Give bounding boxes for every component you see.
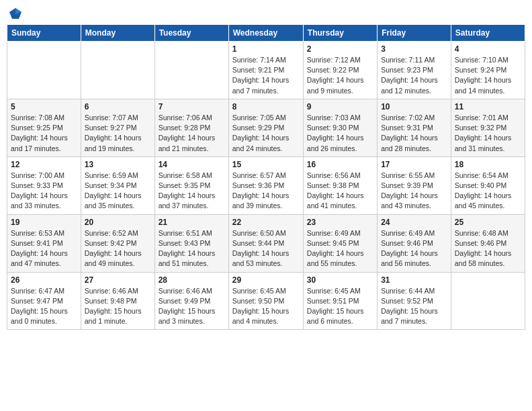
- weekday-header-cell: Friday: [378, 25, 451, 42]
- day-number: 27: [85, 275, 151, 285]
- calendar-day-cell: 6Sunrise: 7:07 AMSunset: 9:27 PMDaylight…: [81, 99, 154, 156]
- calendar-day-cell: 5Sunrise: 7:08 AMSunset: 9:25 PMDaylight…: [7, 99, 81, 156]
- day-number: 14: [159, 160, 225, 169]
- day-detail: Sunrise: 7:02 AMSunset: 9:31 PMDaylight:…: [381, 113, 447, 154]
- day-number: 24: [381, 218, 447, 227]
- logo: [7, 7, 23, 19]
- day-detail: Sunrise: 7:00 AMSunset: 9:33 PMDaylight:…: [11, 171, 77, 212]
- weekday-header-cell: Monday: [81, 25, 154, 42]
- day-detail: Sunrise: 7:08 AMSunset: 9:25 PMDaylight:…: [11, 113, 77, 154]
- day-detail: Sunrise: 6:49 AMSunset: 9:46 PMDaylight:…: [381, 228, 447, 269]
- calendar-day-cell: [154, 42, 228, 99]
- calendar-day-cell: [81, 42, 154, 99]
- day-detail: Sunrise: 6:57 AMSunset: 9:36 PMDaylight:…: [232, 171, 300, 212]
- day-detail: Sunrise: 7:07 AMSunset: 9:27 PMDaylight:…: [85, 113, 151, 154]
- calendar-day-cell: [451, 272, 525, 330]
- day-number: 19: [11, 218, 77, 227]
- logo-flag-icon: [8, 7, 23, 21]
- calendar-day-cell: 28Sunrise: 6:46 AMSunset: 9:49 PMDayligh…: [154, 272, 228, 330]
- day-detail: Sunrise: 6:47 AMSunset: 9:47 PMDaylight:…: [11, 286, 77, 327]
- day-number: 22: [232, 218, 300, 227]
- calendar-day-cell: 10Sunrise: 7:02 AMSunset: 9:31 PMDayligh…: [378, 99, 451, 156]
- weekday-header-cell: Thursday: [303, 25, 377, 42]
- day-detail: Sunrise: 6:46 AMSunset: 9:49 PMDaylight:…: [159, 286, 225, 327]
- day-detail: Sunrise: 7:11 AMSunset: 9:23 PMDaylight:…: [381, 55, 447, 96]
- calendar-day-cell: 31Sunrise: 6:44 AMSunset: 9:52 PMDayligh…: [378, 272, 451, 330]
- calendar-day-cell: 24Sunrise: 6:49 AMSunset: 9:46 PMDayligh…: [378, 214, 451, 272]
- calendar-day-cell: 26Sunrise: 6:47 AMSunset: 9:47 PMDayligh…: [7, 272, 81, 330]
- calendar-day-cell: 21Sunrise: 6:51 AMSunset: 9:43 PMDayligh…: [154, 214, 228, 272]
- day-detail: Sunrise: 7:14 AMSunset: 9:21 PMDaylight:…: [232, 55, 300, 96]
- day-detail: Sunrise: 6:44 AMSunset: 9:52 PMDaylight:…: [381, 286, 447, 327]
- calendar-week-row: 1Sunrise: 7:14 AMSunset: 9:21 PMDaylight…: [7, 42, 525, 99]
- day-number: 5: [11, 102, 77, 111]
- calendar-day-cell: 15Sunrise: 6:57 AMSunset: 9:36 PMDayligh…: [228, 156, 303, 214]
- day-detail: Sunrise: 7:06 AMSunset: 9:28 PMDaylight:…: [159, 113, 225, 154]
- calendar-body: 1Sunrise: 7:14 AMSunset: 9:21 PMDaylight…: [7, 42, 525, 330]
- day-number: 23: [307, 218, 373, 227]
- calendar-day-cell: 25Sunrise: 6:48 AMSunset: 9:46 PMDayligh…: [451, 214, 525, 272]
- calendar-day-cell: [7, 42, 81, 99]
- day-number: 4: [455, 44, 521, 54]
- day-detail: Sunrise: 6:53 AMSunset: 9:41 PMDaylight:…: [11, 228, 77, 269]
- day-number: 15: [232, 160, 300, 169]
- calendar-day-cell: 27Sunrise: 6:46 AMSunset: 9:48 PMDayligh…: [81, 272, 154, 330]
- day-detail: Sunrise: 6:50 AMSunset: 9:44 PMDaylight:…: [232, 228, 300, 269]
- calendar-day-cell: 22Sunrise: 6:50 AMSunset: 9:44 PMDayligh…: [228, 214, 303, 272]
- day-detail: Sunrise: 6:59 AMSunset: 9:34 PMDaylight:…: [85, 171, 151, 212]
- calendar-day-cell: 14Sunrise: 6:58 AMSunset: 9:35 PMDayligh…: [154, 156, 228, 214]
- day-detail: Sunrise: 6:45 AMSunset: 9:51 PMDaylight:…: [307, 286, 373, 327]
- weekday-header-cell: Saturday: [451, 25, 525, 42]
- day-number: 9: [307, 102, 373, 111]
- calendar-day-cell: 18Sunrise: 6:54 AMSunset: 9:40 PMDayligh…: [451, 156, 525, 214]
- day-detail: Sunrise: 6:51 AMSunset: 9:43 PMDaylight:…: [159, 228, 225, 269]
- calendar-week-row: 12Sunrise: 7:00 AMSunset: 9:33 PMDayligh…: [7, 156, 525, 214]
- calendar-day-cell: 29Sunrise: 6:45 AMSunset: 9:50 PMDayligh…: [228, 272, 303, 330]
- day-number: 20: [85, 218, 151, 227]
- calendar-day-cell: 20Sunrise: 6:52 AMSunset: 9:42 PMDayligh…: [81, 214, 154, 272]
- day-number: 28: [159, 275, 225, 285]
- day-detail: Sunrise: 6:52 AMSunset: 9:42 PMDaylight:…: [85, 228, 151, 269]
- day-number: 26: [11, 275, 77, 285]
- day-number: 13: [85, 160, 151, 169]
- day-number: 31: [381, 275, 447, 285]
- calendar-day-cell: 12Sunrise: 7:00 AMSunset: 9:33 PMDayligh…: [7, 156, 81, 214]
- day-number: 17: [381, 160, 447, 169]
- calendar-day-cell: 23Sunrise: 6:49 AMSunset: 9:45 PMDayligh…: [303, 214, 377, 272]
- calendar-week-row: 26Sunrise: 6:47 AMSunset: 9:47 PMDayligh…: [7, 272, 525, 330]
- day-number: 3: [381, 44, 447, 54]
- weekday-header-cell: Wednesday: [228, 25, 303, 42]
- day-detail: Sunrise: 6:45 AMSunset: 9:50 PMDaylight:…: [232, 286, 300, 327]
- day-detail: Sunrise: 6:46 AMSunset: 9:48 PMDaylight:…: [85, 286, 151, 327]
- day-number: 18: [455, 160, 521, 169]
- day-number: 2: [307, 44, 373, 54]
- day-number: 7: [159, 102, 225, 111]
- day-number: 10: [381, 102, 447, 111]
- calendar-table: SundayMondayTuesdayWednesdayThursdayFrid…: [7, 24, 525, 330]
- day-detail: Sunrise: 7:10 AMSunset: 9:24 PMDaylight:…: [455, 55, 521, 96]
- day-detail: Sunrise: 7:05 AMSunset: 9:29 PMDaylight:…: [232, 113, 300, 154]
- page-header: [7, 7, 525, 19]
- day-detail: Sunrise: 6:55 AMSunset: 9:39 PMDaylight:…: [381, 171, 447, 212]
- calendar-week-row: 5Sunrise: 7:08 AMSunset: 9:25 PMDaylight…: [7, 99, 525, 156]
- weekday-header-cell: Sunday: [7, 25, 81, 42]
- calendar-day-cell: 9Sunrise: 7:03 AMSunset: 9:30 PMDaylight…: [303, 99, 377, 156]
- calendar-day-cell: 7Sunrise: 7:06 AMSunset: 9:28 PMDaylight…: [154, 99, 228, 156]
- day-number: 29: [232, 275, 300, 285]
- calendar-day-cell: 11Sunrise: 7:01 AMSunset: 9:32 PMDayligh…: [451, 99, 525, 156]
- calendar-day-cell: 17Sunrise: 6:55 AMSunset: 9:39 PMDayligh…: [378, 156, 451, 214]
- day-detail: Sunrise: 6:49 AMSunset: 9:45 PMDaylight:…: [307, 228, 373, 269]
- calendar-day-cell: 4Sunrise: 7:10 AMSunset: 9:24 PMDaylight…: [451, 42, 525, 99]
- day-number: 16: [307, 160, 373, 169]
- calendar-day-cell: 8Sunrise: 7:05 AMSunset: 9:29 PMDaylight…: [228, 99, 303, 156]
- day-number: 8: [232, 102, 300, 111]
- day-number: 30: [307, 275, 373, 285]
- calendar-day-cell: 1Sunrise: 7:14 AMSunset: 9:21 PMDaylight…: [228, 42, 303, 99]
- calendar-day-cell: 19Sunrise: 6:53 AMSunset: 9:41 PMDayligh…: [7, 214, 81, 272]
- calendar-day-cell: 30Sunrise: 6:45 AMSunset: 9:51 PMDayligh…: [303, 272, 377, 330]
- day-detail: Sunrise: 6:48 AMSunset: 9:46 PMDaylight:…: [455, 228, 521, 269]
- day-detail: Sunrise: 6:56 AMSunset: 9:38 PMDaylight:…: [307, 171, 373, 212]
- day-number: 12: [11, 160, 77, 169]
- weekday-header-row: SundayMondayTuesdayWednesdayThursdayFrid…: [7, 25, 525, 42]
- day-detail: Sunrise: 7:03 AMSunset: 9:30 PMDaylight:…: [307, 113, 373, 154]
